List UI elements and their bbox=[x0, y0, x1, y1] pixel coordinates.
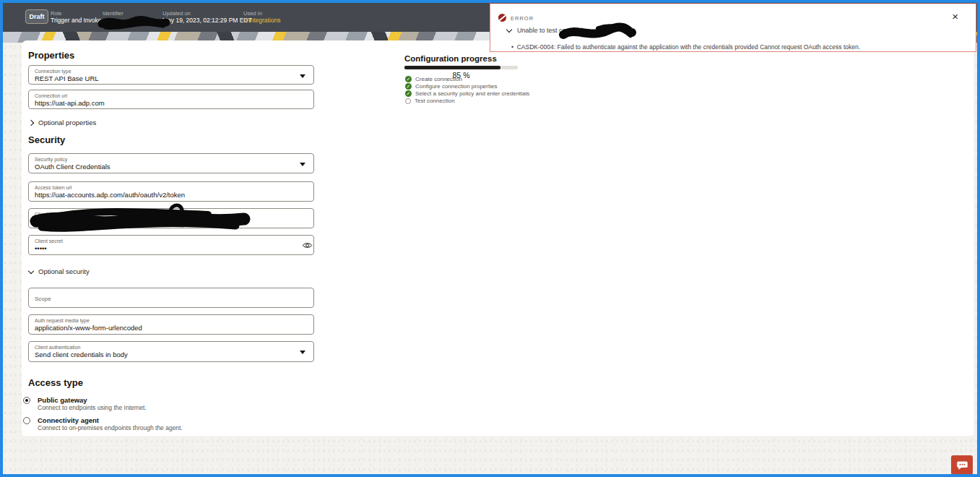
identifier-label: Identifier bbox=[103, 10, 123, 17]
dropdown-arrow-icon bbox=[300, 351, 305, 354]
chevron-down-icon bbox=[28, 267, 34, 273]
security-policy-select[interactable]: Security policy OAuth Client Credentials bbox=[28, 153, 314, 173]
used-in-integrations-link[interactable]: 0 Integrations bbox=[243, 17, 281, 25]
optional-security-label: Optional security bbox=[38, 267, 90, 275]
header-role-group: Role Trigger and Invoke bbox=[51, 10, 102, 25]
step-label: Configure connection properties bbox=[415, 83, 497, 90]
role-label: Role bbox=[51, 10, 102, 17]
connectivity-agent-label: Connectivity agent bbox=[38, 416, 183, 424]
close-icon[interactable]: × bbox=[952, 11, 958, 22]
header-updated-group: Updated on May 19, 2023, 02:12:29 PM EDT bbox=[162, 10, 252, 25]
optional-security-toggle[interactable]: Optional security bbox=[29, 267, 90, 275]
connectivity-agent-description: Connect to on-premises endpoints through… bbox=[38, 424, 183, 431]
progress-step-test-connection: Test connection bbox=[405, 98, 455, 104]
chat-button[interactable] bbox=[951, 455, 973, 475]
dropdown-arrow-icon bbox=[300, 163, 305, 166]
header-identifier-group: Identifier bbox=[103, 10, 123, 17]
security-heading: Security bbox=[28, 134, 65, 145]
security-policy-value: OAuth Client Credentials bbox=[35, 163, 308, 171]
access-token-url-label: Access token url bbox=[35, 184, 308, 191]
client-id-field[interactable]: Client id bbox=[28, 208, 314, 228]
connection-url-field[interactable]: Connection url https://uat-api.adp.com bbox=[28, 90, 314, 109]
step-label: Test connection bbox=[415, 98, 455, 104]
updated-on-label: Updated on bbox=[162, 10, 252, 17]
client-authentication-label: Client authentication bbox=[35, 344, 308, 351]
progress-step-create-connection: ✓ Create connection bbox=[405, 76, 462, 82]
radio-connectivity-agent[interactable]: Connectivity agent Connect to on-premise… bbox=[23, 416, 183, 431]
pending-circle-icon bbox=[405, 98, 411, 104]
configuration-progress-title: Configuration progress bbox=[404, 54, 497, 63]
show-secret-eye-icon[interactable] bbox=[302, 241, 313, 249]
radio-selected-icon bbox=[23, 397, 30, 404]
auth-request-media-type-label: Auth request media type bbox=[35, 317, 308, 324]
auth-request-media-type-field[interactable]: Auth request media type application/x-ww… bbox=[28, 314, 314, 335]
role-value: Trigger and Invoke bbox=[51, 17, 102, 25]
access-token-url-field[interactable]: Access token url https://uat-accounts.ad… bbox=[28, 181, 314, 202]
connection-url-label: Connection url bbox=[35, 93, 308, 99]
progress-bar bbox=[404, 66, 518, 69]
auth-request-media-type-value: application/x-www-form-urlencoded bbox=[35, 324, 308, 332]
chat-bubble-icon bbox=[956, 460, 968, 470]
connection-config-screen: Draft Role Trigger and Invoke Identifier… bbox=[0, 0, 980, 477]
client-id-label: Client id bbox=[35, 211, 308, 218]
access-token-url-value: https://uat-accounts.adp.com/auth/oauth/… bbox=[35, 191, 308, 199]
connection-type-label: Connection type bbox=[35, 68, 308, 74]
check-circle-icon: ✓ bbox=[405, 90, 412, 97]
used-in-label: Used In bbox=[243, 10, 281, 17]
connection-type-value: REST API Base URL bbox=[35, 74, 308, 83]
radio-public-gateway[interactable]: Public gateway Connect to endpoints usin… bbox=[23, 396, 147, 411]
dropdown-arrow-icon bbox=[300, 74, 305, 78]
chevron-down-icon bbox=[506, 27, 512, 33]
progress-bar-fill bbox=[404, 66, 500, 69]
public-gateway-label: Public gateway bbox=[38, 396, 147, 404]
error-summary-expander[interactable]: Unable to test connection bbox=[507, 27, 591, 34]
error-icon bbox=[498, 14, 506, 22]
step-label: Create connection bbox=[415, 76, 462, 82]
connection-type-select[interactable]: Connection type REST API Base URL bbox=[28, 65, 314, 85]
step-label: Select a security policy and enter crede… bbox=[415, 90, 529, 97]
optional-properties-label: Optional properties bbox=[38, 119, 96, 126]
client-authentication-value: Send client credentials in body bbox=[35, 351, 308, 359]
connection-url-value: https://uat-api.adp.com bbox=[35, 99, 308, 108]
client-authentication-select[interactable]: Client authentication Send client creden… bbox=[28, 341, 314, 362]
bullet: • bbox=[511, 43, 513, 51]
scope-label: Scope bbox=[35, 296, 308, 302]
access-type-heading: Access type bbox=[28, 377, 83, 388]
client-secret-value: ••••• bbox=[35, 244, 308, 253]
updated-on-value: May 19, 2023, 02:12:29 PM EDT bbox=[162, 17, 252, 25]
error-detail-message: CASDK-0004: Failed to authenticate again… bbox=[517, 43, 860, 51]
progress-step-configure-properties: ✓ Configure connection properties bbox=[405, 83, 497, 90]
client-secret-field[interactable]: Client secret ••••• bbox=[28, 235, 314, 255]
radio-unselected-icon bbox=[23, 417, 30, 424]
error-detail-text: • CASDK-0004: Failed to authenticate aga… bbox=[511, 43, 860, 51]
optional-properties-toggle[interactable]: Optional properties bbox=[29, 119, 96, 126]
public-gateway-description: Connect to endpoints using the Internet. bbox=[38, 404, 147, 411]
header-used-in-group: Used In 0 Integrations bbox=[243, 10, 281, 25]
properties-heading: Properties bbox=[28, 50, 74, 61]
check-circle-icon: ✓ bbox=[405, 76, 412, 82]
scope-field[interactable]: Scope bbox=[28, 288, 314, 308]
progress-step-security-policy: ✓ Select a security policy and enter cre… bbox=[405, 90, 529, 97]
error-summary-text: Unable to test connection bbox=[517, 27, 591, 34]
client-secret-label: Client secret bbox=[35, 238, 308, 244]
security-policy-label: Security policy bbox=[35, 156, 308, 163]
status-badge: Draft bbox=[25, 9, 48, 24]
error-severity-label: ERROR bbox=[511, 15, 534, 22]
chevron-right-icon bbox=[28, 119, 34, 125]
error-notification-panel: ERROR Unable to test connection • CASDK-… bbox=[490, 1, 976, 52]
check-circle-icon: ✓ bbox=[405, 83, 412, 90]
